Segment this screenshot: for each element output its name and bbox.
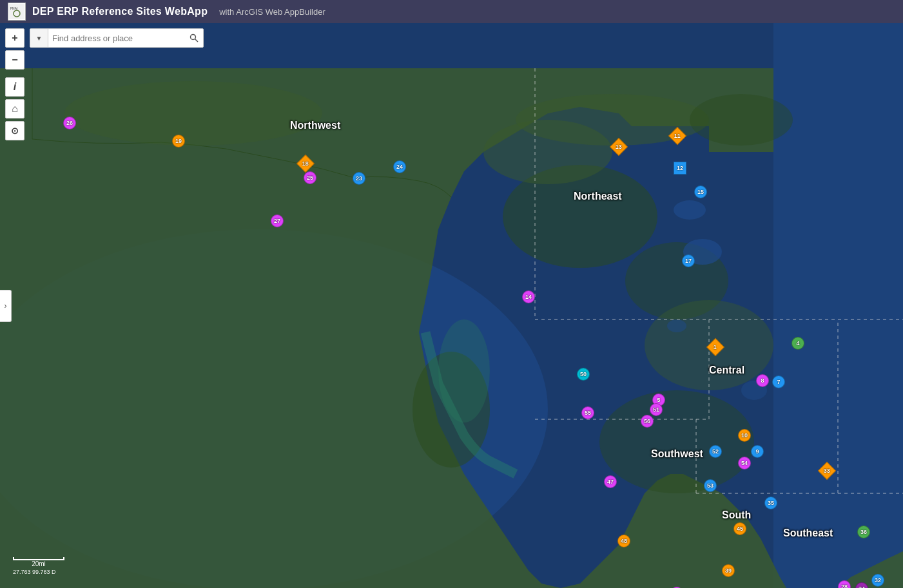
coordinates-label: 27.763 99.763 D: [13, 569, 64, 575]
zoom-in-button[interactable]: +: [5, 28, 24, 48]
marker-m50[interactable]: 50: [577, 368, 590, 381]
marker-m36[interactable]: 36: [857, 526, 870, 538]
svg-point-28: [191, 35, 196, 40]
svg-line-29: [195, 39, 199, 43]
marker-m33[interactable]: 33: [820, 464, 833, 477]
marker-m13[interactable]: 13: [612, 140, 625, 153]
marker-m25[interactable]: 25: [304, 171, 316, 184]
marker-m45[interactable]: 45: [733, 522, 746, 535]
map-container[interactable]: + − i ⌂ ⊙ ▼ › NorthwestNortheastCentralS…: [0, 23, 903, 588]
marker-m8[interactable]: 8: [756, 374, 769, 387]
search-input[interactable]: [48, 33, 185, 43]
marker-m17[interactable]: 17: [682, 254, 695, 267]
scale-bar: 20mi 27.763 99.763 D: [13, 557, 64, 575]
marker-m51[interactable]: 51: [650, 403, 663, 416]
marker-m15[interactable]: 15: [694, 185, 707, 198]
locate-button[interactable]: ⊙: [5, 121, 24, 140]
svg-point-18: [667, 319, 686, 332]
zoom-out-button[interactable]: −: [5, 50, 24, 70]
svg-point-19: [438, 319, 490, 422]
svg-text:FNAI: FNAI: [10, 6, 17, 10]
marker-m24[interactable]: 24: [393, 160, 406, 173]
marker-m32[interactable]: 32: [871, 574, 884, 587]
marker-m48[interactable]: 48: [617, 535, 630, 547]
marker-m26[interactable]: 26: [63, 117, 76, 129]
search-dropdown-button[interactable]: ▼: [30, 29, 48, 47]
app-subtitle: with ArcGIS Web AppBuilder: [219, 7, 325, 17]
home-button[interactable]: ⌂: [5, 99, 24, 119]
svg-point-13: [690, 94, 793, 146]
marker-m1[interactable]: 1: [709, 341, 722, 354]
marker-m11[interactable]: 11: [671, 129, 684, 142]
marker-m7[interactable]: 7: [772, 375, 785, 388]
marker-m4[interactable]: 4: [791, 337, 804, 350]
header-bar: FNAI DEP ERP Reference Sites WebApp with…: [0, 0, 903, 23]
marker-m53[interactable]: 53: [704, 479, 717, 492]
svg-rect-5: [773, 23, 903, 588]
marker-m10[interactable]: 10: [738, 429, 751, 442]
marker-m34[interactable]: 34: [855, 582, 868, 588]
marker-m19[interactable]: 19: [172, 135, 185, 147]
app-title: DEP ERP Reference Sites WebApp: [32, 6, 208, 17]
marker-m52[interactable]: 52: [709, 445, 722, 458]
marker-m47[interactable]: 47: [604, 475, 617, 488]
search-icon-button[interactable]: [185, 29, 203, 47]
marker-m27[interactable]: 27: [271, 214, 284, 227]
app-logo: FNAI: [8, 3, 26, 21]
scale-label: 20mi: [13, 560, 64, 567]
marker-m14[interactable]: 14: [522, 290, 535, 303]
search-bar: ▼: [30, 28, 204, 48]
marker-m55[interactable]: 55: [581, 406, 594, 419]
marker-m12[interactable]: 12: [674, 162, 686, 175]
marker-m56[interactable]: 56: [641, 415, 654, 428]
marker-m18[interactable]: 18: [299, 157, 312, 170]
marker-m39[interactable]: 39: [722, 564, 735, 577]
svg-point-14: [64, 81, 322, 146]
info-button[interactable]: i: [5, 77, 24, 97]
svg-point-10: [599, 390, 754, 493]
marker-m9[interactable]: 9: [751, 445, 764, 458]
marker-m23[interactable]: 23: [353, 172, 365, 185]
side-panel-toggle-button[interactable]: ›: [0, 290, 12, 322]
map-toolbar: + − i ⌂ ⊙: [5, 28, 24, 140]
marker-m54[interactable]: 54: [738, 457, 751, 469]
marker-m35[interactable]: 35: [764, 497, 777, 509]
svg-point-16: [674, 200, 706, 220]
marker-m28[interactable]: 28: [838, 580, 851, 588]
